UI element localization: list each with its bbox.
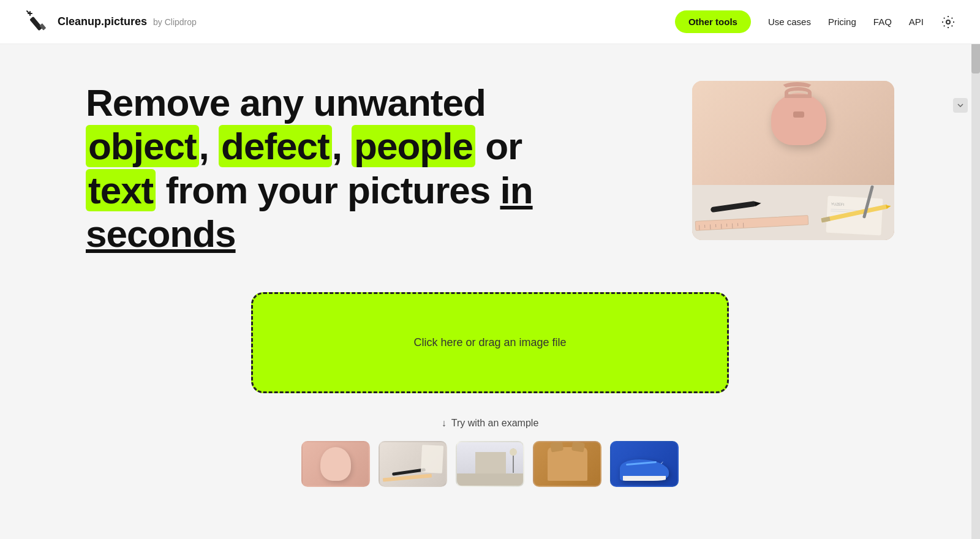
- headline-seconds: seconds: [86, 213, 236, 255]
- example-thumbnail-3[interactable]: [456, 441, 524, 487]
- highlight-object: object: [86, 125, 199, 167]
- headline-mid: from your pictures: [156, 169, 500, 211]
- hero-headline: Remove any unwanted object, defect, peop…: [86, 81, 539, 255]
- example-thumbnail-1[interactable]: [301, 441, 370, 487]
- hero-text: Remove any unwanted object, defect, peop…: [86, 81, 539, 255]
- example-thumbnail-4[interactable]: [533, 441, 601, 487]
- svg-rect-3: [29, 16, 43, 31]
- other-tools-button[interactable]: Other tools: [675, 10, 751, 33]
- comma-1: ,: [199, 125, 219, 167]
- comma-2: ,: [332, 125, 352, 167]
- or-text: or: [475, 125, 522, 167]
- upload-section: Click here or drag an image file: [86, 292, 894, 393]
- highlight-text: text: [86, 169, 156, 211]
- try-text: Try with an example: [451, 418, 539, 429]
- logo-by: by Clipdrop: [153, 17, 197, 27]
- upload-label: Click here or drag an image file: [413, 336, 566, 349]
- nav-use-cases[interactable]: Use cases: [768, 17, 811, 27]
- scrollbar[interactable]: [971, 0, 980, 539]
- nav-api[interactable]: API: [909, 17, 924, 27]
- hero-image: YUZEFI: [692, 81, 894, 240]
- logo-area: Cleanup.pictures by Clipdrop: [24, 9, 197, 36]
- highlight-defect: defect: [219, 125, 332, 167]
- upload-dropzone[interactable]: Click here or drag an image file: [251, 292, 729, 393]
- example-thumbnail-5[interactable]: ✓: [610, 441, 679, 487]
- collapse-panel-button[interactable]: [953, 98, 968, 113]
- example-thumbnails: ✓: [301, 441, 679, 487]
- hero-image-canvas: YUZEFI: [692, 81, 894, 240]
- examples-section: ↓ Try with an example: [86, 418, 894, 487]
- nav-right: Other tools Use cases Pricing FAQ API: [675, 10, 956, 33]
- nav-faq[interactable]: FAQ: [873, 17, 892, 27]
- header: Cleanup.pictures by Clipdrop Other tools…: [0, 0, 980, 44]
- svg-point-5: [946, 20, 950, 24]
- nav-pricing[interactable]: Pricing: [828, 17, 856, 27]
- hero-section: Remove any unwanted object, defect, peop…: [86, 81, 894, 255]
- main-content: Remove any unwanted object, defect, peop…: [0, 44, 980, 511]
- settings-icon[interactable]: [941, 15, 956, 29]
- svg-line-2: [27, 11, 29, 13]
- highlight-people: people: [352, 125, 475, 167]
- example-thumbnail-2[interactable]: [379, 441, 447, 487]
- logo-icon: [24, 9, 51, 36]
- try-arrow: ↓: [442, 418, 447, 429]
- try-label: ↓ Try with an example: [442, 418, 539, 429]
- logo-text: Cleanup.pictures: [58, 15, 147, 28]
- headline-pre: Remove any unwanted: [86, 81, 486, 124]
